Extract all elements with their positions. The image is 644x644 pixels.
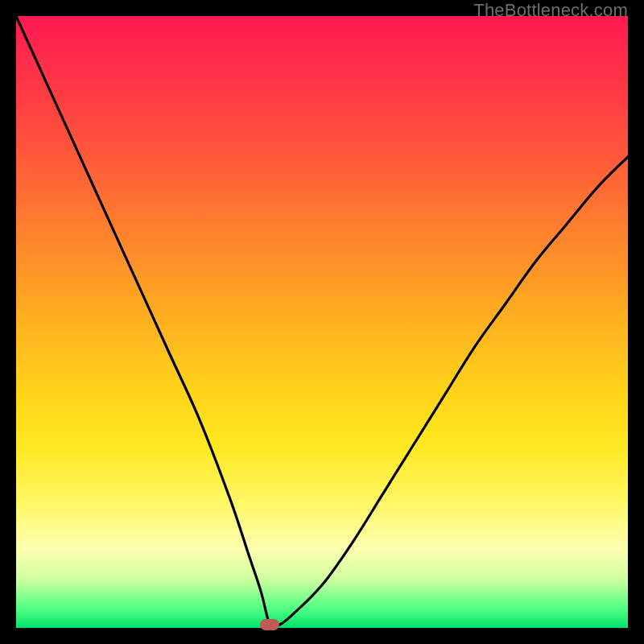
plot-area — [16, 16, 628, 628]
optimal-point-marker — [260, 619, 279, 630]
bottleneck-curve — [16, 16, 628, 628]
chart-frame: TheBottleneck.com — [0, 0, 644, 644]
